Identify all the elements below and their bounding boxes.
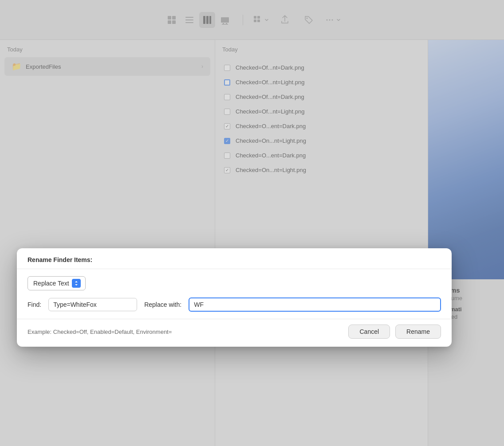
- replace-text-label: Replace Text: [33, 280, 69, 287]
- rename-button[interactable]: Rename: [395, 325, 441, 339]
- example-text: Example: Checked=Off, Enabled=Default, E…: [28, 329, 172, 335]
- dialog-title: Rename Finder Items:: [28, 256, 441, 263]
- replace-text-dropdown[interactable]: Replace Text: [28, 276, 86, 290]
- dialog-body: Replace Text Find: Replace with:: [17, 269, 452, 319]
- modal-overlay: [0, 0, 504, 446]
- find-replace-row: Find: Replace with:: [28, 297, 441, 312]
- cancel-button[interactable]: Cancel: [348, 325, 390, 339]
- footer-buttons: Cancel Rename: [348, 325, 441, 339]
- replace-type-row: Replace Text: [28, 276, 441, 290]
- replace-with-input[interactable]: [189, 297, 441, 312]
- dialog-footer: Example: Checked=Off, Enabled=Default, E…: [17, 319, 452, 347]
- rename-dialog: Rename Finder Items: Replace Text Find: …: [17, 248, 452, 347]
- find-input[interactable]: [48, 298, 137, 311]
- find-label: Find:: [28, 301, 41, 308]
- dialog-header: Rename Finder Items:: [17, 248, 452, 269]
- stepper-icon: [72, 279, 81, 288]
- replace-with-label: Replace with:: [144, 301, 181, 308]
